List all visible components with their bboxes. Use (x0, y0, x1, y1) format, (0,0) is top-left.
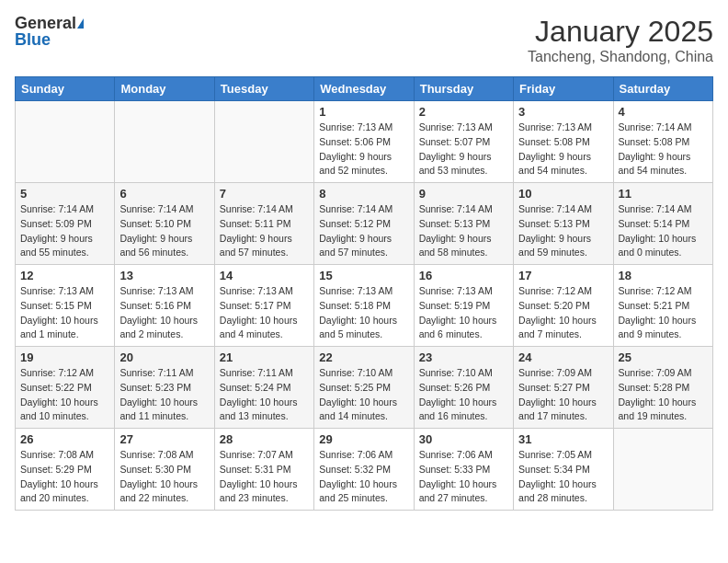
day-info: Sunrise: 7:08 AM Sunset: 5:29 PM Dayligh… (20, 448, 109, 506)
calendar-cell: 2Sunrise: 7:13 AM Sunset: 5:07 PM Daylig… (414, 101, 513, 183)
calendar-cell (613, 429, 712, 511)
day-info: Sunrise: 7:12 AM Sunset: 5:21 PM Dayligh… (619, 284, 708, 342)
day-number: 21 (220, 350, 309, 364)
logo-blue-text: Blue (15, 31, 51, 48)
title-block: January 2025 Tancheng, Shandong, China (528, 15, 713, 65)
calendar-cell: 14Sunrise: 7:13 AM Sunset: 5:17 PM Dayli… (214, 265, 313, 347)
day-info: Sunrise: 7:11 AM Sunset: 5:23 PM Dayligh… (119, 366, 209, 424)
calendar-cell: 12Sunrise: 7:13 AM Sunset: 5:15 PM Dayli… (16, 265, 115, 347)
calendar-title: January 2025 (528, 15, 713, 49)
weekday-header-sunday: Sunday (16, 77, 115, 101)
calendar-cell: 31Sunrise: 7:05 AM Sunset: 5:34 PM Dayli… (514, 429, 613, 511)
day-info: Sunrise: 7:13 AM Sunset: 5:18 PM Dayligh… (319, 284, 408, 342)
calendar-cell: 8Sunrise: 7:14 AM Sunset: 5:12 PM Daylig… (314, 183, 414, 265)
calendar-cell: 3Sunrise: 7:13 AM Sunset: 5:08 PM Daylig… (514, 101, 613, 183)
day-number: 22 (319, 350, 408, 364)
calendar-cell: 22Sunrise: 7:10 AM Sunset: 5:25 PM Dayli… (314, 347, 414, 429)
day-info: Sunrise: 7:14 AM Sunset: 5:14 PM Dayligh… (619, 202, 708, 260)
day-number: 24 (518, 350, 608, 364)
logo-triangle-icon (77, 18, 84, 29)
calendar-week-row: 12Sunrise: 7:13 AM Sunset: 5:15 PM Dayli… (16, 265, 713, 347)
day-number: 5 (20, 187, 109, 201)
calendar-cell: 17Sunrise: 7:12 AM Sunset: 5:20 PM Dayli… (514, 265, 613, 347)
calendar-cell: 6Sunrise: 7:14 AM Sunset: 5:10 PM Daylig… (115, 183, 214, 265)
day-info: Sunrise: 7:11 AM Sunset: 5:24 PM Dayligh… (220, 366, 309, 424)
calendar-cell: 30Sunrise: 7:06 AM Sunset: 5:33 PM Dayli… (414, 429, 513, 511)
day-number: 16 (419, 269, 508, 282)
calendar-cell: 16Sunrise: 7:13 AM Sunset: 5:19 PM Dayli… (414, 265, 513, 347)
calendar-location: Tancheng, Shandong, China (528, 49, 713, 65)
day-number: 28 (220, 432, 309, 446)
day-number: 10 (518, 187, 608, 201)
calendar-cell: 28Sunrise: 7:07 AM Sunset: 5:31 PM Dayli… (214, 429, 313, 511)
calendar-cell: 19Sunrise: 7:12 AM Sunset: 5:22 PM Dayli… (16, 347, 115, 429)
day-number: 2 (419, 105, 508, 119)
calendar-cell: 29Sunrise: 7:06 AM Sunset: 5:32 PM Dayli… (314, 429, 414, 511)
day-info: Sunrise: 7:09 AM Sunset: 5:27 PM Dayligh… (518, 366, 608, 424)
day-info: Sunrise: 7:13 AM Sunset: 5:19 PM Dayligh… (419, 284, 508, 342)
day-number: 19 (20, 350, 109, 364)
calendar-cell: 11Sunrise: 7:14 AM Sunset: 5:14 PM Dayli… (613, 183, 712, 265)
day-number: 6 (119, 187, 209, 201)
logo-general-text: General (15, 15, 76, 31)
day-info: Sunrise: 7:14 AM Sunset: 5:09 PM Dayligh… (20, 202, 109, 260)
day-info: Sunrise: 7:12 AM Sunset: 5:20 PM Dayligh… (518, 284, 608, 342)
logo: General Blue (15, 15, 84, 48)
day-info: Sunrise: 7:12 AM Sunset: 5:22 PM Dayligh… (20, 366, 109, 424)
calendar-table: SundayMondayTuesdayWednesdayThursdayFrid… (15, 76, 713, 511)
calendar-week-row: 1Sunrise: 7:13 AM Sunset: 5:06 PM Daylig… (16, 101, 713, 183)
day-number: 12 (20, 269, 109, 282)
day-info: Sunrise: 7:14 AM Sunset: 5:08 PM Dayligh… (619, 121, 708, 178)
day-number: 13 (119, 269, 209, 282)
day-info: Sunrise: 7:14 AM Sunset: 5:11 PM Dayligh… (220, 202, 309, 260)
day-info: Sunrise: 7:14 AM Sunset: 5:12 PM Dayligh… (319, 202, 408, 260)
day-number: 9 (419, 187, 508, 201)
day-info: Sunrise: 7:13 AM Sunset: 5:16 PM Dayligh… (119, 284, 209, 342)
day-info: Sunrise: 7:10 AM Sunset: 5:25 PM Dayligh… (319, 366, 408, 424)
page-header: General Blue January 2025 Tancheng, Shan… (15, 15, 713, 65)
day-info: Sunrise: 7:13 AM Sunset: 5:08 PM Dayligh… (518, 121, 608, 178)
calendar-cell: 27Sunrise: 7:08 AM Sunset: 5:30 PM Dayli… (115, 429, 214, 511)
weekday-header-saturday: Saturday (613, 77, 712, 101)
day-number: 3 (518, 105, 608, 119)
day-number: 4 (619, 105, 708, 119)
calendar-cell: 18Sunrise: 7:12 AM Sunset: 5:21 PM Dayli… (613, 265, 712, 347)
day-info: Sunrise: 7:13 AM Sunset: 5:06 PM Dayligh… (319, 121, 408, 178)
day-number: 31 (518, 432, 608, 446)
day-number: 1 (319, 105, 408, 119)
day-number: 17 (518, 269, 608, 282)
calendar-cell: 4Sunrise: 7:14 AM Sunset: 5:08 PM Daylig… (613, 101, 712, 183)
day-number: 25 (619, 350, 708, 364)
day-number: 15 (319, 269, 408, 282)
calendar-week-row: 5Sunrise: 7:14 AM Sunset: 5:09 PM Daylig… (16, 183, 713, 265)
day-info: Sunrise: 7:13 AM Sunset: 5:07 PM Dayligh… (419, 121, 508, 178)
calendar-cell: 21Sunrise: 7:11 AM Sunset: 5:24 PM Dayli… (214, 347, 313, 429)
day-number: 14 (220, 269, 309, 282)
calendar-cell (214, 101, 313, 183)
day-number: 23 (419, 350, 508, 364)
calendar-cell: 1Sunrise: 7:13 AM Sunset: 5:06 PM Daylig… (314, 101, 414, 183)
day-info: Sunrise: 7:14 AM Sunset: 5:10 PM Dayligh… (119, 202, 209, 260)
day-number: 29 (319, 432, 408, 446)
calendar-week-row: 19Sunrise: 7:12 AM Sunset: 5:22 PM Dayli… (16, 347, 713, 429)
calendar-cell: 7Sunrise: 7:14 AM Sunset: 5:11 PM Daylig… (214, 183, 313, 265)
day-number: 26 (20, 432, 109, 446)
calendar-cell (16, 101, 115, 183)
day-info: Sunrise: 7:13 AM Sunset: 5:17 PM Dayligh… (220, 284, 309, 342)
day-info: Sunrise: 7:14 AM Sunset: 5:13 PM Dayligh… (419, 202, 508, 260)
calendar-week-row: 26Sunrise: 7:08 AM Sunset: 5:29 PM Dayli… (16, 429, 713, 511)
day-number: 20 (119, 350, 209, 364)
day-info: Sunrise: 7:13 AM Sunset: 5:15 PM Dayligh… (20, 284, 109, 342)
day-info: Sunrise: 7:10 AM Sunset: 5:26 PM Dayligh… (419, 366, 508, 424)
calendar-cell: 15Sunrise: 7:13 AM Sunset: 5:18 PM Dayli… (314, 265, 414, 347)
weekday-header-wednesday: Wednesday (314, 77, 414, 101)
day-info: Sunrise: 7:09 AM Sunset: 5:28 PM Dayligh… (619, 366, 708, 424)
weekday-header-tuesday: Tuesday (214, 77, 313, 101)
calendar-cell (115, 101, 214, 183)
day-info: Sunrise: 7:07 AM Sunset: 5:31 PM Dayligh… (220, 448, 309, 506)
day-info: Sunrise: 7:08 AM Sunset: 5:30 PM Dayligh… (119, 448, 209, 506)
weekday-header-row: SundayMondayTuesdayWednesdayThursdayFrid… (16, 77, 713, 101)
calendar-cell: 23Sunrise: 7:10 AM Sunset: 5:26 PM Dayli… (414, 347, 513, 429)
day-number: 30 (419, 432, 508, 446)
calendar-cell: 13Sunrise: 7:13 AM Sunset: 5:16 PM Dayli… (115, 265, 214, 347)
